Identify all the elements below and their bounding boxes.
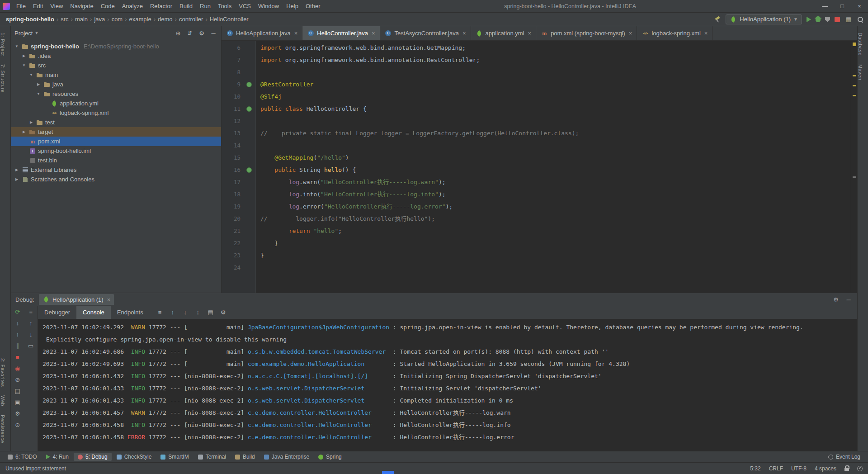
gear-icon[interactable]: ⚙ <box>832 295 840 303</box>
close-tab-icon[interactable]: × <box>528 30 532 37</box>
tool-stripe-button-database[interactable]: Database <box>858 29 863 59</box>
settings-icon[interactable]: ⚙ <box>219 308 227 317</box>
tool-window-button-checkstyle[interactable]: CheckStyle <box>113 453 156 461</box>
menu-navigate[interactable]: Navigate <box>66 0 97 12</box>
menu-analyze[interactable]: Analyze <box>118 0 146 12</box>
warning-mark[interactable] <box>853 85 856 86</box>
breadcrumb-item-controller[interactable]: controller <box>178 16 204 23</box>
file-encoding[interactable]: UTF-8 <box>791 465 807 472</box>
up-arrow-icon[interactable]: ↑ <box>27 319 35 327</box>
pause-icon[interactable]: ∥ <box>14 341 22 350</box>
gear-icon[interactable]: ⚙ <box>198 29 206 37</box>
stop-button[interactable] <box>835 17 840 22</box>
maximize-button[interactable]: □ <box>834 0 851 12</box>
breadcrumb-item-src[interactable]: src <box>59 16 70 23</box>
debug-tab-console[interactable]: Console <box>76 306 111 319</box>
spring-bean-gutter-icon[interactable] <box>242 106 256 112</box>
error-stripe[interactable] <box>851 41 857 293</box>
project-panel-title[interactable]: Project <box>14 30 33 37</box>
editor-line[interactable]: 20// logger.info("HelloController执行hello… <box>222 213 857 225</box>
collapse-arrow-icon[interactable]: ▼ <box>14 44 20 48</box>
mute-breakpoints-icon[interactable]: ⊘ <box>14 375 22 384</box>
editor-line[interactable]: 11public class HelloController { <box>222 103 857 115</box>
editor-line[interactable]: 15 @GetMapping("/hello") <box>222 152 857 164</box>
read-only-lock-icon[interactable] <box>844 468 849 471</box>
chevron-down-icon[interactable]: ▼ <box>34 31 38 35</box>
tool-stripe-button-maven[interactable]: Maven <box>858 61 863 84</box>
editor-line[interactable]: 12 <box>222 115 857 127</box>
locate-file-icon[interactable]: ⊕ <box>174 29 182 37</box>
tool-stripe-button-persistence[interactable]: Persistence <box>0 411 5 447</box>
tool-window-button-6-todo[interactable]: 6: TODO <box>4 453 41 461</box>
pin-icon[interactable]: ⊙ <box>14 421 22 429</box>
down-arrow-icon[interactable]: ↓ <box>27 330 35 338</box>
debug-button[interactable] <box>816 16 821 22</box>
tool-window-button-spring[interactable]: Spring <box>314 453 346 461</box>
step-up-icon[interactable]: ↑ <box>14 330 22 338</box>
menu-tools[interactable]: Tools <box>214 0 235 12</box>
breadcrumb-item-demo[interactable]: demo <box>156 16 174 23</box>
editor-line[interactable]: 17 log.warn("HelloController执行-----log.w… <box>222 176 857 188</box>
build-hammer-icon[interactable] <box>714 16 721 23</box>
editor-tab-hellocontroller-java[interactable]: HelloController.java× <box>302 26 380 40</box>
menu-refactor[interactable]: Refactor <box>146 0 176 12</box>
hide-panel-icon[interactable]: ─ <box>844 295 853 303</box>
expand-arrow-icon[interactable]: ▶ <box>14 177 20 181</box>
editor-line[interactable]: 22 } <box>222 237 857 249</box>
layout-icon[interactable]: ▦ <box>844 15 853 24</box>
tool-stripe-button-web[interactable]: Web <box>0 392 5 410</box>
console-output[interactable]: 2023-11-07 16:02:49.292 WARN 17772 --- [… <box>38 319 857 451</box>
collapse-arrow-icon[interactable]: ▼ <box>21 63 27 67</box>
view-breakpoints-icon[interactable]: ◉ <box>14 364 22 372</box>
inspections-indicator-icon[interactable] <box>853 43 856 46</box>
tool-window-button-build[interactable]: Build <box>231 453 259 461</box>
tree-item-src[interactable]: ▼src <box>11 61 221 70</box>
rerun-icon[interactable]: ⟳ <box>14 308 22 316</box>
editor-line[interactable]: 13// private static final Logger logger … <box>222 127 857 139</box>
close-tab-icon[interactable]: × <box>629 30 632 37</box>
tree-item-external-libraries[interactable]: ▶External Libraries <box>11 165 221 175</box>
run-button[interactable] <box>807 17 811 22</box>
collapse-arrow-icon[interactable]: ▼ <box>35 92 42 96</box>
tool-window-button-5-debug[interactable]: 5: Debug <box>74 453 112 461</box>
editor-line[interactable]: 16 public String hello() { <box>222 164 857 176</box>
tool-window-button-event-log[interactable]: Event Log <box>824 453 864 461</box>
close-tab-icon[interactable]: × <box>704 30 708 37</box>
scroll-up-icon[interactable]: ↑ <box>169 308 177 317</box>
tree-item-scratches-and-consoles[interactable]: ▶Scratches and Consoles <box>11 175 221 184</box>
tree-item-test-bin[interactable]: test.bin <box>11 156 221 165</box>
tool-window-button-terminal[interactable]: Terminal <box>194 453 230 461</box>
soft-wrap-icon[interactable]: ≡ <box>156 308 164 317</box>
editor-line[interactable]: 8 <box>222 66 857 78</box>
editor-line[interactable]: 14 <box>222 139 857 152</box>
minimize-button[interactable]: — <box>816 0 834 12</box>
menu-file[interactable]: File <box>13 0 29 12</box>
expand-arrow-icon[interactable]: ▶ <box>21 130 27 134</box>
tree-item-resources[interactable]: ▼resources <box>11 89 221 99</box>
tool-window-button-smartim[interactable]: SmartIM <box>156 453 193 461</box>
info-mark[interactable] <box>853 176 856 178</box>
menu-icon[interactable]: ≡ <box>27 308 35 316</box>
close-tab-icon[interactable]: × <box>372 30 375 37</box>
menu-help[interactable]: Help <box>283 0 302 12</box>
tree-item-test[interactable]: ▶test <box>11 118 221 127</box>
tree-item-main[interactable]: ▼main <box>11 70 221 80</box>
menu-other[interactable]: Other <box>302 0 324 12</box>
highlighting-level-icon[interactable] <box>857 466 863 471</box>
menu-code[interactable]: Code <box>97 0 118 12</box>
menu-edit[interactable]: Edit <box>29 0 47 12</box>
tool-stripe-button-1-project[interactable]: 1: Project <box>0 29 5 59</box>
breadcrumb-item-spring-boot-hello[interactable]: spring-boot-hello <box>5 16 56 23</box>
breadcrumb-item-com[interactable]: com <box>110 16 124 23</box>
expand-arrow-icon[interactable]: ▶ <box>28 120 34 124</box>
settings-gear-icon[interactable]: ⚙ <box>14 409 22 417</box>
indent-setting[interactable]: 4 spaces <box>815 465 836 472</box>
coverage-button[interactable] <box>825 17 830 22</box>
close-tab-icon[interactable]: × <box>462 30 466 37</box>
editor-line[interactable]: 6import org.springframework.web.bind.ann… <box>222 42 857 54</box>
thread-dump-icon[interactable]: ▤ <box>14 387 22 395</box>
tree-item-spring-boot-hello-iml[interactable]: spring-boot-hello.iml <box>11 146 221 156</box>
tool-stripe-button-7-structure[interactable]: 7: Structure <box>0 61 5 96</box>
screenshot-icon[interactable]: ▣ <box>14 398 22 406</box>
editor-tab-pom-xml-spring-boot-mysql[interactable]: pom.xml (spring-boot-mysql)× <box>536 26 637 40</box>
